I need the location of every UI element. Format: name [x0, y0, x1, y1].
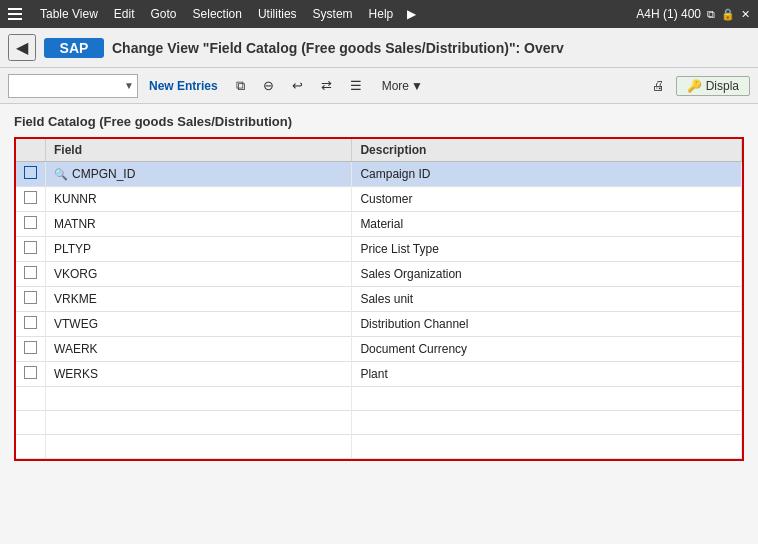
row-description: Plant: [352, 362, 742, 387]
table-row-empty: [16, 435, 742, 459]
row-field: WAERK: [46, 337, 352, 362]
table-row[interactable]: VTWEGDistribution Channel: [16, 312, 742, 337]
display-label: Displa: [706, 79, 739, 93]
field-catalog-table: Field Description 🔍CMPGN_IDCampaign IDKU…: [14, 137, 744, 461]
more-label: More: [382, 79, 409, 93]
row-description: Campaign ID: [352, 162, 742, 187]
table-row[interactable]: KUNNRCustomer: [16, 187, 742, 212]
lock-icon[interactable]: 🔒: [721, 8, 735, 21]
table-row[interactable]: WAERKDocument Currency: [16, 337, 742, 362]
display-icon: 🔑: [687, 79, 702, 93]
row-field: 🔍CMPGN_ID: [46, 162, 352, 187]
row-checkbox[interactable]: [24, 266, 37, 279]
empty-cell: [46, 435, 352, 459]
row-checkbox-cell[interactable]: [16, 162, 46, 187]
table-row[interactable]: WERKSPlant: [16, 362, 742, 387]
move-button[interactable]: ⇄: [314, 73, 339, 99]
page-title: Change View "Field Catalog (Free goods S…: [112, 40, 564, 56]
move-icon: ⇄: [321, 78, 332, 93]
row-description: Sales unit: [352, 287, 742, 312]
field-text: CMPGN_ID: [72, 167, 135, 181]
row-description: Sales Organization: [352, 262, 742, 287]
toolbar: ▼ New Entries ⧉ ⊖ ↩ ⇄ ☰ More ▼ 🖨 🔑 Displ…: [0, 68, 758, 104]
col-checkbox: [16, 139, 46, 162]
new-entries-button[interactable]: New Entries: [142, 73, 225, 99]
print-icon: 🖨: [652, 78, 665, 93]
undo-icon: ↩: [292, 78, 303, 93]
row-checkbox-cell[interactable]: [16, 287, 46, 312]
row-field: MATNR: [46, 212, 352, 237]
table-row[interactable]: MATNRMaterial: [16, 212, 742, 237]
table-row[interactable]: VKORGSales Organization: [16, 262, 742, 287]
table-header-row: Field Description: [16, 139, 742, 162]
menu-utilities[interactable]: Utilities: [252, 5, 303, 23]
row-checkbox-cell[interactable]: [16, 337, 46, 362]
row-field: KUNNR: [46, 187, 352, 212]
empty-cell: [46, 387, 352, 411]
title-bar: ◀ SAP Change View "Field Catalog (Free g…: [0, 28, 758, 68]
table-row[interactable]: 🔍CMPGN_IDCampaign ID: [16, 162, 742, 187]
row-description: Material: [352, 212, 742, 237]
row-checkbox[interactable]: [24, 241, 37, 254]
row-description: Distribution Channel: [352, 312, 742, 337]
row-field: WERKS: [46, 362, 352, 387]
back-button[interactable]: ◀: [8, 34, 36, 61]
row-checkbox[interactable]: [24, 366, 37, 379]
row-checkbox-cell[interactable]: [16, 262, 46, 287]
menu-system[interactable]: System: [307, 5, 359, 23]
row-checkbox-cell[interactable]: [16, 237, 46, 262]
row-checkbox[interactable]: [24, 166, 37, 179]
row-field: VRKME: [46, 287, 352, 312]
table-row-empty: [16, 411, 742, 435]
toolbar-right: 🖨 🔑 Displa: [645, 73, 750, 99]
row-field: PLTYP: [46, 237, 352, 262]
menu-more-icon[interactable]: ▶: [407, 7, 416, 21]
toolbar-select[interactable]: [8, 74, 138, 98]
delete-icon: ⊖: [263, 78, 274, 93]
empty-cell: [352, 411, 742, 435]
menu-help[interactable]: Help: [363, 5, 400, 23]
hamburger-menu[interactable]: [8, 8, 22, 20]
row-field: VKORG: [46, 262, 352, 287]
row-checkbox[interactable]: [24, 341, 37, 354]
table-row-empty: [16, 387, 742, 411]
row-description: Customer: [352, 187, 742, 212]
row-field: VTWEG: [46, 312, 352, 337]
undo-button[interactable]: ↩: [285, 73, 310, 99]
more-button[interactable]: More ▼: [373, 76, 432, 96]
detail-icon: ☰: [350, 78, 362, 93]
more-arrow-icon: ▼: [411, 79, 423, 93]
row-checkbox[interactable]: [24, 291, 37, 304]
row-checkbox-cell[interactable]: [16, 187, 46, 212]
empty-cell: [46, 411, 352, 435]
row-checkbox-cell[interactable]: [16, 362, 46, 387]
col-description: Description: [352, 139, 742, 162]
row-checkbox-cell[interactable]: [16, 312, 46, 337]
menu-selection[interactable]: Selection: [187, 5, 248, 23]
system-info: A4H (1) 400 ⧉ 🔒 ✕: [636, 7, 750, 21]
row-checkbox[interactable]: [24, 216, 37, 229]
maximize-icon[interactable]: ⧉: [707, 8, 715, 21]
delete-button[interactable]: ⊖: [256, 73, 281, 99]
close-icon[interactable]: ✕: [741, 8, 750, 21]
table-row[interactable]: VRKMESales unit: [16, 287, 742, 312]
row-checkbox[interactable]: [24, 191, 37, 204]
row-checkbox[interactable]: [24, 316, 37, 329]
display-button[interactable]: 🔑 Displa: [676, 76, 750, 96]
field-search-icon[interactable]: 🔍: [54, 168, 68, 181]
row-description: Price List Type: [352, 237, 742, 262]
print-button[interactable]: 🖨: [645, 73, 672, 99]
row-description: Document Currency: [352, 337, 742, 362]
empty-cell: [16, 387, 46, 411]
section-title: Field Catalog (Free goods Sales/Distribu…: [14, 114, 744, 129]
copy-button[interactable]: ⧉: [229, 73, 252, 99]
detail-button[interactable]: ☰: [343, 73, 369, 99]
row-checkbox-cell[interactable]: [16, 212, 46, 237]
select-wrapper[interactable]: ▼: [8, 74, 138, 98]
menu-tableview[interactable]: Table View: [34, 5, 104, 23]
empty-cell: [352, 435, 742, 459]
table-row[interactable]: PLTYPPrice List Type: [16, 237, 742, 262]
col-field: Field: [46, 139, 352, 162]
menu-goto[interactable]: Goto: [145, 5, 183, 23]
menu-edit[interactable]: Edit: [108, 5, 141, 23]
